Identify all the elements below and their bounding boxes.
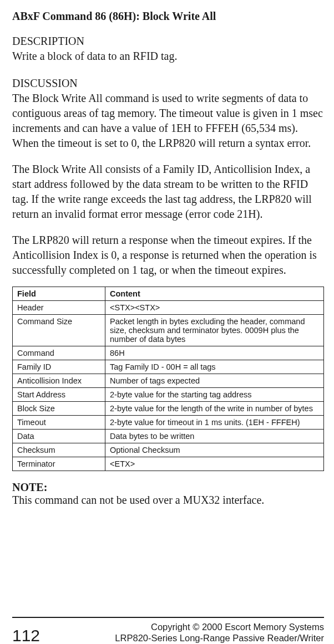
table-cell-field: Timeout	[13, 416, 105, 430]
table-header-field: Field	[13, 287, 105, 301]
table-cell-content: Tag Family ID - 00H = all tags	[105, 360, 324, 374]
table-cell-field: Checksum	[13, 443, 105, 457]
description-heading: DESCRIPTION	[12, 35, 324, 48]
table-row: Command 86H	[13, 346, 324, 360]
table-cell-content: Packet length in bytes excluding the hea…	[105, 315, 324, 346]
table-row: Block Size 2-byte value for the length o…	[13, 402, 324, 416]
table-cell-field: Block Size	[13, 402, 105, 416]
table-cell-content: Data bytes to be written	[105, 430, 324, 443]
table-cell-content: Optional Checksum	[105, 443, 324, 457]
table-cell-field: Start Address	[13, 388, 105, 402]
table-row: Anticollision Index Number of tags expec…	[13, 374, 324, 388]
discussion-paragraph-1: The Block Write All command is used to w…	[12, 91, 324, 151]
table-row: Timeout 2-byte value for timeout in 1 ms…	[13, 416, 324, 430]
note-heading: NOTE:	[12, 481, 324, 494]
table-cell-content: <ETX>	[105, 457, 324, 471]
page: ABxF Command 86 (86H): Block Write All D…	[0, 0, 334, 644]
table-cell-content: 2-byte value for timeout in 1 ms units. …	[105, 416, 324, 430]
table-cell-field: Family ID	[13, 360, 105, 374]
table-header-row: Field Content	[13, 287, 324, 301]
command-title: ABxF Command 86 (86H): Block Write All	[12, 10, 324, 23]
table-cell-field: Command	[13, 346, 105, 360]
page-footer: 112 Copyright © 2000 Escort Memory Syste…	[12, 595, 324, 644]
table-cell-field: Header	[13, 301, 105, 315]
table-row: Family ID Tag Family ID - 00H = all tags	[13, 360, 324, 374]
table-row: Checksum Optional Checksum	[13, 443, 324, 457]
table-cell-field: Command Size	[13, 315, 105, 346]
footer-copy-line-2: LRP820-Series Long-Range Passive Reader/…	[115, 632, 324, 644]
table-cell-content: 2-byte value for the starting tag addres…	[105, 388, 324, 402]
table-cell-content: 86H	[105, 346, 324, 360]
table-row: Header <STX><STX>	[13, 301, 324, 315]
command-table: Field Content Header <STX><STX> Command …	[12, 287, 324, 471]
discussion-paragraph-2: The Block Write All consists of a Family…	[12, 162, 324, 222]
table-cell-field: Terminator	[13, 457, 105, 471]
table-cell-field: Data	[13, 430, 105, 443]
table-cell-content: 2-byte value for the length of the write…	[105, 402, 324, 416]
table-cell-content: <STX><STX>	[105, 301, 324, 315]
footer-copy-line-1: Copyright © 2000 Escort Memory Systems	[115, 621, 324, 633]
footer-row: 112 Copyright © 2000 Escort Memory Syste…	[12, 621, 324, 644]
discussion-paragraph-3: The LRP820 will return a response when t…	[12, 233, 324, 278]
discussion-heading: DISCUSSION	[12, 77, 324, 90]
table-cell-content: Number of tags expected	[105, 374, 324, 388]
description-text: Write a block of data to an RFID tag.	[12, 49, 324, 64]
table-header-content: Content	[105, 287, 324, 301]
note-text: This command can not be used over a MUX3…	[12, 494, 324, 507]
table-row: Command Size Packet length in bytes excl…	[13, 315, 324, 346]
table-row: Data Data bytes to be written	[13, 430, 324, 443]
table-row: Start Address 2-byte value for the start…	[13, 388, 324, 402]
footer-rule	[12, 617, 324, 618]
table-row: Terminator <ETX>	[13, 457, 324, 471]
page-number: 112	[12, 627, 40, 644]
table-cell-field: Anticollision Index	[13, 374, 105, 388]
footer-copy: Copyright © 2000 Escort Memory Systems L…	[115, 621, 324, 644]
